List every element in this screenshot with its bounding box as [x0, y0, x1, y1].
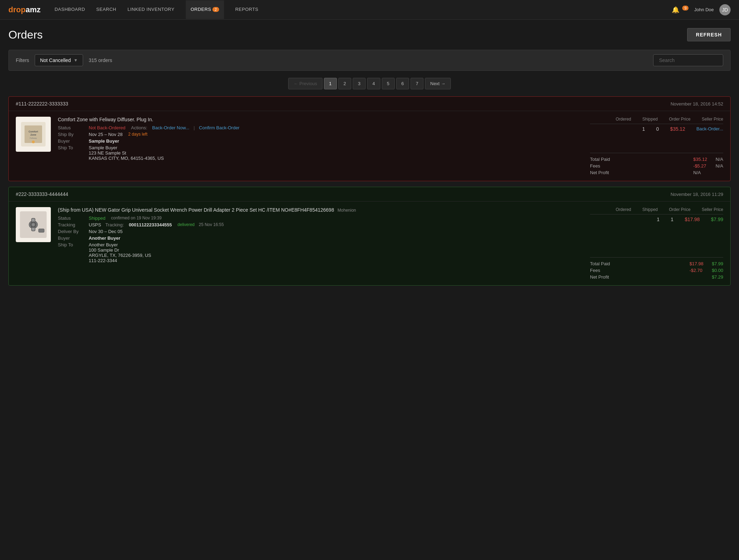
seller-price-val-1: Back-Order...: [696, 126, 723, 132]
bell-icon[interactable]: 🔔: [672, 6, 679, 14]
page-1-button[interactable]: 1: [324, 78, 337, 89]
net-profit-val1-2: [690, 274, 704, 280]
tracking-num-2: 00011122233344555: [129, 222, 172, 227]
filters-label: Filters: [16, 57, 29, 63]
orders-count: 315 orders: [89, 57, 648, 63]
nav-link-search[interactable]: SEARCH: [96, 0, 116, 19]
logo-drop: drop: [8, 5, 26, 14]
ordered-header-1: Ordered: [616, 117, 631, 122]
next-page-button[interactable]: Next →: [425, 78, 450, 89]
tracking-carrier-2: USPS: [89, 222, 101, 227]
net-profit-val1-1: N/A: [693, 170, 707, 175]
svg-text:Zone: Zone: [30, 134, 36, 136]
user-name: John Doe: [694, 7, 714, 12]
tracking-status-2: delivered: [177, 222, 195, 227]
status-label-2: Status: [58, 216, 86, 221]
page-7-button[interactable]: 7: [411, 78, 423, 89]
seller-price-val-2: $7.99: [711, 217, 723, 222]
buyer-value-2: Another Buyer: [89, 235, 120, 241]
shipto-label-2: Ship To: [58, 242, 86, 263]
net-profit-val2-2: $7.29: [712, 274, 723, 280]
net-profit-val2-1: [716, 170, 723, 175]
chevron-down-icon: ▼: [74, 58, 78, 63]
backorder-now-link[interactable]: Back-Order Now...: [152, 125, 189, 130]
confirm-backorder-link[interactable]: Confirm Back-Order: [199, 125, 240, 130]
days-left-1: 2 days left: [128, 132, 148, 137]
navbar: dropamz DASHBOARDSEARCHLINKED INVENTORYO…: [0, 0, 739, 20]
order-body-1: Comfort Zone Feliway Comfort Zone with F…: [9, 111, 730, 181]
logo[interactable]: dropamz: [8, 5, 41, 14]
main-content: Orders REFRESH Filters Not Cancelled ▼ 3…: [0, 20, 739, 300]
order-date-2: November 18, 2016 11:29: [671, 192, 723, 197]
shipby-row-1: Ship By Nov 25 – Nov 28 2 days left: [58, 132, 583, 137]
svg-point-5: [32, 141, 35, 143]
ordered-header-2: Ordered: [616, 207, 631, 212]
page-title: Orders: [8, 28, 43, 41]
avatar[interactable]: JD: [719, 4, 731, 15]
tracking-row-2: Tracking USPS Tracking: 0001112223334455…: [58, 222, 583, 227]
total-paid-val2-1: N/A: [716, 157, 723, 162]
svg-text:Feliway: Feliway: [30, 137, 37, 139]
product-image-1: Comfort Zone Feliway: [16, 117, 51, 152]
shipped-val-2: 1: [671, 217, 673, 222]
product-name-1: Comfort Zone with Feliway Diffuser. Plug…: [58, 117, 583, 122]
filter-selected-value: Not Cancelled: [40, 57, 71, 63]
total-paid-val1-2: $17.98: [690, 261, 704, 266]
order-metrics-2: Ordered Shipped Order Price Seller Price…: [590, 207, 723, 280]
logo-amz: amz: [26, 5, 41, 14]
shipto-phone-2: 111-222-3344: [89, 258, 151, 263]
nav-link-orders[interactable]: ORDERS2: [186, 0, 224, 19]
svg-point-10: [32, 223, 35, 226]
action-sep-1: |: [194, 125, 195, 130]
fees-label-2: Fees: [590, 268, 681, 273]
page-2-button[interactable]: 2: [338, 78, 351, 89]
buyer-value-1: Sample Buyer: [89, 138, 119, 144]
order-metrics-1: Ordered Shipped Order Price Seller Price…: [590, 117, 723, 175]
search-input[interactable]: [653, 54, 723, 66]
page-3-button[interactable]: 3: [353, 78, 366, 89]
notif-badge: 9: [682, 6, 689, 11]
tracking-text-2: Tracking:: [105, 222, 124, 227]
page-5-button[interactable]: 5: [382, 78, 395, 89]
order-price-val-2: $17.98: [685, 217, 700, 222]
order-header-2: #222-3333333-4444444 November 18, 2016 1…: [9, 187, 730, 202]
order-header-1: #111-2222222-3333333 November 18, 2016 1…: [9, 97, 730, 111]
tracking-label-2: Tracking: [58, 222, 86, 227]
prev-page-button[interactable]: ← Previous: [288, 78, 322, 89]
fees-val2-1: N/A: [716, 163, 723, 169]
order-body-2: (Ship from USA) NEW Gator Grip Universal…: [9, 202, 730, 285]
shipby-label-1: Ship By: [58, 132, 86, 137]
filter-dropdown[interactable]: Not Cancelled ▼: [35, 54, 83, 66]
buyer-row-1: Buyer Sample Buyer: [58, 138, 583, 144]
nav-link-dashboard[interactable]: DASHBOARD: [55, 0, 85, 19]
svg-rect-11: [39, 229, 44, 232]
shipto-label-1: Ship To: [58, 145, 86, 161]
buyer-label-2: Buyer: [58, 235, 86, 241]
deliverby-row-2: Deliver By Nov 30 – Dec 05: [58, 229, 583, 234]
order-card-2: #222-3333333-4444444 November 18, 2016 1…: [8, 187, 731, 286]
order-price-val-1: $35.12: [670, 126, 685, 132]
product-details-2: (Ship from USA) NEW Gator Grip Universal…: [58, 207, 583, 280]
page-4-button[interactable]: 4: [367, 78, 380, 89]
status-label-1: Status: [58, 125, 86, 130]
fees-val2-2: $0.00: [712, 268, 723, 273]
order-id-2: #222-3333333-4444444: [16, 191, 68, 197]
shipto-addr2-2: ARGYLE, TX, 76226-3959, US: [89, 253, 151, 258]
fees-val1-1: -$5.27: [693, 163, 707, 169]
status-value-1: Not Back-Ordered: [89, 125, 126, 130]
nav-link-linked-inventory[interactable]: LINKED INVENTORY: [128, 0, 175, 19]
fees-label-1: Fees: [590, 163, 685, 169]
tracking-date-2: 25 Nov 16:55: [199, 222, 224, 227]
order-date-1: November 18, 2016 14:52: [671, 101, 723, 107]
refresh-button[interactable]: REFRESH: [687, 28, 731, 41]
seller-price-header-2: Seller Price: [702, 207, 723, 212]
nav-link-reports[interactable]: REPORTS: [235, 0, 258, 19]
page-6-button[interactable]: 6: [396, 78, 409, 89]
seller-price-header-1: Seller Price: [702, 117, 723, 122]
shipto-addr1-1: 123 NE Sample St: [89, 150, 164, 156]
shipto-addr1-2: 100 Sample Dr: [89, 247, 151, 253]
product-image-2: [16, 207, 51, 242]
deliverby-label-2: Deliver By: [58, 229, 86, 234]
shipto-address-2: Another Buyer 100 Sample Dr ARGYLE, TX, …: [89, 242, 151, 263]
net-profit-label-2: Net Profit: [590, 274, 681, 280]
